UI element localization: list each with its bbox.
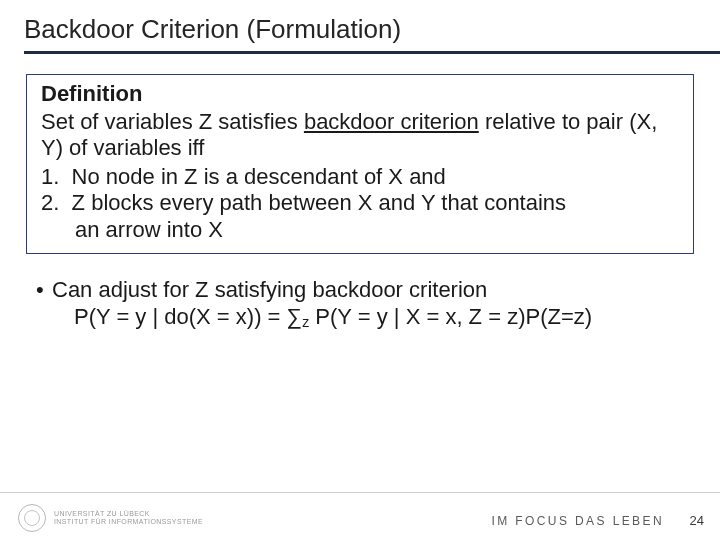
university-text: UNIVERSITÄT ZU LÜBECK INSTITUT FÜR INFOR…	[54, 510, 203, 526]
page-number: 24	[690, 513, 704, 528]
definition-intro: Set of variables Z satisfies backdoor cr…	[41, 109, 679, 162]
bullet-1: •Can adjust for Z satisfying backdoor cr…	[36, 276, 694, 304]
definition-intro-pre: Set of variables Z satisfies	[41, 109, 304, 134]
university-logo: UNIVERSITÄT ZU LÜBECK INSTITUT FÜR INFOR…	[18, 504, 203, 532]
definition-heading: Definition	[41, 81, 679, 107]
definition-box: Definition Set of variables Z satisfies …	[26, 74, 694, 254]
bullet-1-text: Can adjust for Z satisfying backdoor cri…	[52, 277, 487, 302]
university-line1: UNIVERSITÄT ZU LÜBECK	[54, 510, 203, 518]
slide-title: Backdoor Criterion (Formulation)	[24, 14, 720, 45]
definition-item-2-text: Z blocks every path between X and Y that…	[72, 190, 567, 215]
bullet-section: •Can adjust for Z satisfying backdoor cr…	[26, 276, 694, 332]
slide-footer: UNIVERSITÄT ZU LÜBECK INSTITUT FÜR INFOR…	[0, 492, 720, 540]
definition-item-2: 2. Z blocks every path between X and Y t…	[41, 190, 679, 216]
definition-item-2-num: 2.	[41, 190, 59, 215]
slide-body: Definition Set of variables Z satisfies …	[0, 60, 720, 332]
definition-item-1-num: 1.	[41, 164, 59, 189]
definition-item-2-cont: an arrow into X	[41, 217, 679, 243]
definition-item-1: 1. No node in Z is a descendant of X and	[41, 164, 679, 190]
formula-prefix: P(Y = y | do(X = x)) = ∑	[74, 304, 302, 329]
footer-rule	[0, 492, 720, 493]
definition-list: 1. No node in Z is a descendant of X and…	[41, 164, 679, 217]
definition-item-1-text: No node in Z is a descendant of X and	[72, 164, 446, 189]
bullet-1-formula: P(Y = y | do(X = x)) = ∑z P(Y = y | X = …	[36, 303, 694, 332]
formula-suffix: P(Y = y | X = x, Z = z)P(Z=z)	[309, 304, 592, 329]
university-seal-icon	[18, 504, 46, 532]
definition-term-underlined: backdoor criterion	[304, 109, 479, 134]
footer-motto: IM FOCUS DAS LEBEN	[491, 514, 664, 528]
title-underline	[24, 51, 720, 54]
university-line2: INSTITUT FÜR INFORMATIONSSYSTEME	[54, 518, 203, 526]
slide-header: Backdoor Criterion (Formulation)	[0, 0, 720, 60]
bullet-marker: •	[36, 276, 52, 304]
